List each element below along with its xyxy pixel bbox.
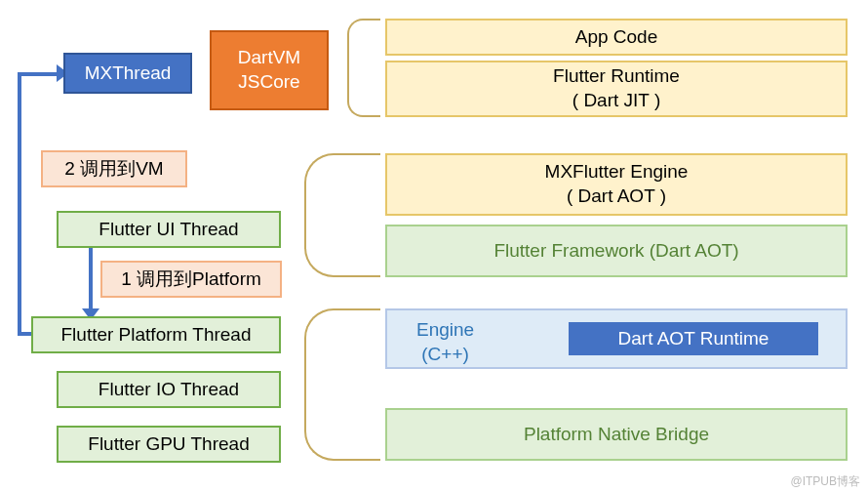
brace-top: [347, 19, 380, 117]
mxengine-line1: MXFlutter Engine: [545, 160, 689, 184]
flutter-runtime-box: Flutter Runtime ( Dart JIT ): [385, 61, 848, 117]
dart-aot-runtime-box: Dart AOT Runtime: [569, 322, 818, 355]
mxengine-line2: ( Dart AOT ): [567, 184, 666, 209]
runtime-line2: ( Dart JIT ): [572, 89, 660, 113]
dartvm-line2: JSCore: [238, 70, 299, 95]
arrow-line: [18, 72, 21, 336]
mxthread-box: MXThread: [63, 53, 192, 94]
dartvm-line1: DartVM: [238, 46, 300, 70]
engine-label: Engine (C++): [416, 318, 474, 366]
call-to-platform-box: 1 调用到Platform: [100, 261, 282, 298]
engine-line2: (C++): [421, 344, 469, 364]
dartvm-jscore-box: DartVM JSCore: [210, 30, 329, 110]
flutter-gpu-thread-box: Flutter GPU Thread: [57, 426, 281, 463]
flutter-framework-box: Flutter Framework (Dart AOT): [385, 225, 848, 277]
arrow-line: [18, 332, 31, 336]
brace-mid: [304, 153, 380, 277]
watermark-text: @ITPUB博客: [790, 473, 860, 490]
runtime-line1: Flutter Runtime: [553, 64, 680, 89]
flutter-ui-thread-box: Flutter UI Thread: [57, 211, 281, 248]
engine-line1: Engine: [416, 319, 474, 340]
mxflutter-engine-box: MXFlutter Engine ( Dart AOT ): [385, 153, 848, 216]
app-code-box: App Code: [385, 19, 848, 56]
engine-cpp-box: Engine (C++) Dart AOT Runtime: [385, 308, 848, 369]
flutter-platform-thread-box: Flutter Platform Thread: [31, 316, 281, 353]
arrow-line: [89, 247, 93, 316]
call-to-vm-box: 2 调用到VM: [41, 150, 187, 187]
flutter-io-thread-box: Flutter IO Thread: [57, 371, 281, 408]
platform-native-bridge-box: Platform Native Bridge: [385, 408, 848, 461]
brace-bottom: [304, 308, 380, 461]
